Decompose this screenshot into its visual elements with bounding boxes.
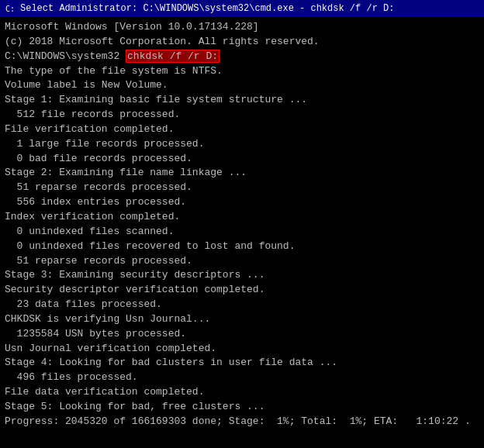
terminal-line: Security descriptor verification complet… bbox=[5, 283, 479, 298]
terminal-line: Stage 4: Looking for bad clusters in use… bbox=[5, 356, 479, 370]
terminal-body[interactable]: Microsoft Windows [Version 10.0.17134.22… bbox=[0, 17, 484, 448]
cmd-icon: C: bbox=[5, 3, 16, 14]
terminal-line: 1235584 USN bytes processed. bbox=[5, 327, 479, 342]
terminal-line: 0 bad file records processed. bbox=[5, 152, 479, 167]
terminal-line: 51 reparse records processed. bbox=[5, 254, 479, 269]
title-bar-text: Select Administrator: C:\WINDOWS\system3… bbox=[20, 3, 394, 14]
terminal-line: File data verification completed. bbox=[5, 385, 479, 400]
highlighted-command: chkdsk /f /r D: bbox=[126, 50, 220, 63]
terminal-line: File verification completed. bbox=[5, 122, 479, 137]
terminal-line: Stage 2: Examining file name linkage ... bbox=[5, 166, 479, 181]
terminal-line: Index verification completed. bbox=[5, 210, 479, 225]
terminal-line: The type of the file system is NTFS. bbox=[5, 64, 479, 79]
terminal-line: Stage 1: Examining basic file system str… bbox=[5, 93, 479, 108]
cmd-window: C: Select Administrator: C:\WINDOWS\syst… bbox=[0, 0, 484, 448]
terminal-line: Volume label is New Volume. bbox=[5, 78, 479, 93]
terminal-line: 556 index entries processed. bbox=[5, 195, 479, 210]
terminal-line: CHKDSK is verifying Usn Journal... bbox=[5, 312, 479, 327]
terminal-line: (c) 2018 Microsoft Corporation. All righ… bbox=[5, 35, 479, 50]
terminal-line: 1 large file records processed. bbox=[5, 137, 479, 152]
terminal-line: 496 files processed. bbox=[5, 370, 479, 385]
terminal-line: 512 file records processed. bbox=[5, 108, 479, 122]
terminal-line: Stage 3: Examining security descriptors … bbox=[5, 268, 479, 283]
terminal-line: 0 unindexed files recovered to lost and … bbox=[5, 240, 479, 254]
svg-text:C:: C: bbox=[5, 5, 15, 13]
terminal-line: 0 unindexed files scanned. bbox=[5, 225, 479, 240]
terminal-line: Usn Journal verification completed. bbox=[5, 342, 479, 357]
terminal-line: Microsoft Windows [Version 10.0.17134.22… bbox=[5, 20, 479, 35]
terminal-line: C:\WINDOWS\system32 chkdsk /f /r D: bbox=[5, 50, 479, 64]
terminal-line: Progress: 2045320 of 166169303 done; Sta… bbox=[5, 415, 479, 429]
title-bar: C: Select Administrator: C:\WINDOWS\syst… bbox=[0, 0, 484, 17]
terminal-line: 23 data files processed. bbox=[5, 298, 479, 312]
terminal-line: 51 reparse records processed. bbox=[5, 181, 479, 195]
terminal-line: Stage 5: Looking for bad, free clusters … bbox=[5, 400, 479, 415]
